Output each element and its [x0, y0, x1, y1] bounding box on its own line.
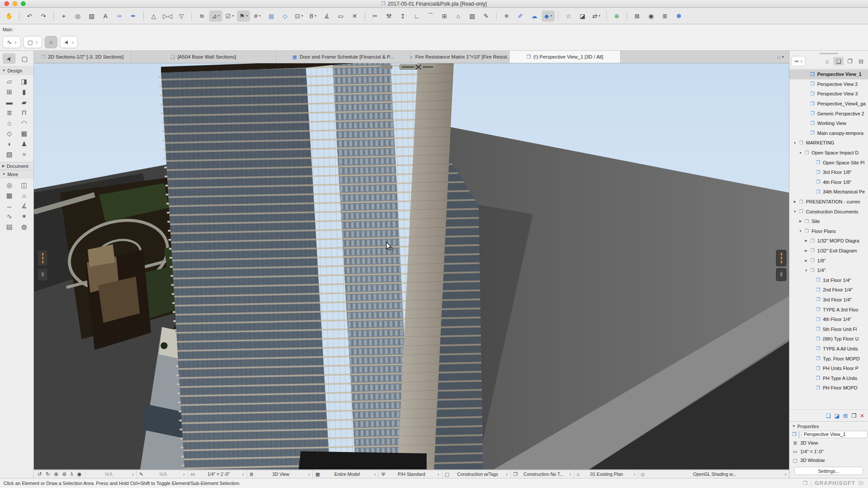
- find-select-icon[interactable]: ⌖: [57, 10, 70, 22]
- object-tool[interactable]: ♟: [17, 139, 32, 149]
- dropdown-chevron-icon[interactable]: ▾: [315, 14, 316, 18]
- measure-icon[interactable]: ∡: [320, 10, 333, 22]
- split-icon[interactable]: ✂: [368, 10, 381, 22]
- 3d-viewport[interactable]: ✂ ✂ ↻: [34, 63, 789, 470]
- tab-4[interactable]: ✎Fire Resistance Matrix 1"=10' [Fire Res…: [411, 51, 510, 63]
- tree-item-row[interactable]: ❒Perspective View_1: [789, 69, 868, 79]
- dropdown-chevron-icon[interactable]: ▾: [259, 14, 260, 18]
- panel-drag-handle[interactable]: [819, 53, 838, 54]
- explore-icon[interactable]: ◉: [77, 471, 81, 477]
- chevron-right-icon[interactable]: ›: [132, 472, 134, 477]
- selection-method-button[interactable]: ▢›: [23, 36, 42, 48]
- figure-tool[interactable]: ▤: [2, 222, 17, 232]
- beam-tool[interactable]: ▬: [2, 97, 17, 107]
- tree-item-row[interactable]: ❐4th Floor 1/8": [789, 177, 868, 187]
- explode-icon[interactable]: ✕: [348, 10, 361, 22]
- scale-selector[interactable]: ▭1/4" = 1'-0"›: [187, 470, 247, 478]
- settings-button[interactable]: Settings...: [794, 467, 863, 475]
- section-plane-handle-left[interactable]: [37, 250, 48, 266]
- tab-3[interactable]: ▦Door and Frame Schedule [Financial & P.…: [276, 51, 411, 63]
- cut-plane-scissors-right[interactable]: ✂: [776, 268, 786, 281]
- tree-item-row[interactable]: ❐Typ. Floor MOPD: [789, 354, 868, 364]
- plan-type-selector[interactable]: ⌂01 Existing Plan›: [574, 470, 638, 478]
- tree-item-row[interactable]: ❒Generic Perspective 2: [789, 108, 868, 118]
- layer-settings-icon[interactable]: ≣: [658, 10, 671, 22]
- grid-element-tool[interactable]: ▦: [2, 190, 17, 200]
- clone-folder-button[interactable]: ❐: [851, 413, 856, 419]
- style-picker-icon[interactable]: ✐: [514, 10, 527, 22]
- chevron-right-icon[interactable]: ›: [308, 472, 310, 477]
- tree-item-row[interactable]: ❐4th Floor 1/4": [789, 314, 868, 324]
- tree-item-row[interactable]: ❐5th Floor Unit Fl: [789, 324, 868, 334]
- structure-display-selector[interactable]: ΨP/H Standard›: [378, 470, 442, 478]
- dropdown-chevron-icon[interactable]: ▾: [598, 14, 600, 18]
- door-tool[interactable]: ◨: [17, 76, 32, 86]
- collapse-arrow-icon[interactable]: ▼: [2, 69, 6, 72]
- column-tool[interactable]: ▮: [17, 87, 32, 97]
- chevron-right-icon[interactable]: ›: [634, 472, 635, 477]
- tree-item-row[interactable]: ❐3rd Floor 1/8": [789, 167, 868, 177]
- new-folder-button[interactable]: ⊞: [843, 413, 848, 419]
- publisher-tab[interactable]: ⊟: [856, 57, 866, 66]
- search-icon[interactable]: ◎: [71, 10, 84, 22]
- tree-item-row[interactable]: ❒Main canopy-tempora: [789, 128, 868, 138]
- toolbox-section-design[interactable]: ▼Design: [0, 66, 33, 75]
- inject-parameters-icon[interactable]: ✒: [127, 10, 140, 22]
- dropdown-chevron-icon[interactable]: ▾: [232, 14, 234, 18]
- marquee-tool[interactable]: ▢: [18, 53, 31, 64]
- shell-tool[interactable]: ◠: [17, 118, 32, 128]
- expand-arrow-icon[interactable]: ▶: [803, 249, 809, 252]
- view-settings-button[interactable]: ❏: [826, 413, 831, 419]
- collapse-arrow-icon[interactable]: ▼: [803, 269, 809, 272]
- worksheet-tool[interactable]: ◫: [17, 180, 32, 190]
- group-icon[interactable]: ✳: [500, 10, 513, 22]
- dimension-tool[interactable]: ↔: [2, 201, 17, 211]
- zoom-icon[interactable]: ⊕: [54, 471, 58, 477]
- next-view-icon[interactable]: ↻: [46, 471, 50, 477]
- window-tool[interactable]: ⊞: [2, 87, 17, 97]
- save-current-view-button[interactable]: ◪: [834, 413, 839, 419]
- orbit-icon[interactable]: ⊚: [62, 471, 66, 477]
- stair-tool[interactable]: ≣: [2, 108, 17, 118]
- pan-tool-icon[interactable]: ✋: [3, 10, 16, 22]
- arrow-mode-button[interactable]: ➤›: [60, 36, 78, 48]
- tree-item-row[interactable]: ❒Perspective View 2: [789, 79, 868, 89]
- collapse-arrow-icon[interactable]: ▼: [798, 151, 803, 154]
- collapse-arrow-icon[interactable]: ▼: [2, 172, 6, 176]
- pen-color-selector[interactable]: N/A›: [85, 470, 136, 478]
- hatch-icon[interactable]: ≋: [195, 10, 208, 22]
- marquee-options-icon[interactable]: ▧: [85, 10, 98, 22]
- tree-folder-row[interactable]: ▼❐MARKETING: [789, 138, 868, 148]
- elevate-icon[interactable]: ↥: [396, 10, 409, 22]
- tree-item-row[interactable]: ❐3rd Floor 1/4": [789, 295, 868, 305]
- dropdown-chevron-icon[interactable]: ▾: [246, 14, 248, 18]
- railing-tool[interactable]: Π: [17, 108, 32, 118]
- minimize-button[interactable]: [13, 1, 17, 6]
- adjust-icon[interactable]: ⚒: [382, 10, 395, 22]
- render-style-selector[interactable]: ◇OpenGL Shading w...›: [638, 470, 789, 478]
- redo-icon[interactable]: ↷: [37, 10, 50, 22]
- zoom-button[interactable]: [21, 1, 26, 6]
- chevron-right-icon[interactable]: ›: [183, 472, 185, 477]
- tree-item-row[interactable]: ❒Perspective View 3: [789, 89, 868, 99]
- web-icon[interactable]: ⊕: [610, 10, 623, 22]
- magnet-button[interactable]: ∩: [45, 36, 57, 48]
- tree-item-row[interactable]: ❐2nd Floor 1/4": [789, 285, 868, 295]
- tree-folder-row[interactable]: ▶❐1/8": [789, 255, 868, 265]
- grid-snap-icon[interactable]: #▾: [251, 10, 264, 22]
- tree-folder-row[interactable]: ▶❐PRESENTATION - curren: [789, 197, 868, 207]
- capture-icon[interactable]: ⊠: [631, 10, 644, 22]
- slab-tool[interactable]: ▰: [17, 97, 32, 107]
- tree-folder-row[interactable]: ▼❐Construction Documents: [789, 206, 868, 216]
- tree-item-row[interactable]: ❐(6th) Typ Floor U: [789, 334, 868, 344]
- pick-parameters-icon[interactable]: ✑: [113, 10, 126, 22]
- pen-set-selector[interactable]: ✎N/A›: [136, 470, 187, 478]
- snap-guides-icon[interactable]: ☑▾: [223, 10, 236, 22]
- trim-icon[interactable]: ∟: [410, 10, 423, 22]
- renovation-override-selector[interactable]: ❐Construction No T...›: [510, 470, 574, 478]
- toolbox-section-document[interactable]: ▶Document: [0, 162, 33, 170]
- project-map-tab[interactable]: ⌂: [822, 57, 832, 66]
- ruler-icon[interactable]: ▭: [334, 10, 347, 22]
- collapse-arrow-icon[interactable]: ▼: [792, 141, 798, 144]
- tree-folder-row[interactable]: ▼❐Floor Plans: [789, 226, 868, 236]
